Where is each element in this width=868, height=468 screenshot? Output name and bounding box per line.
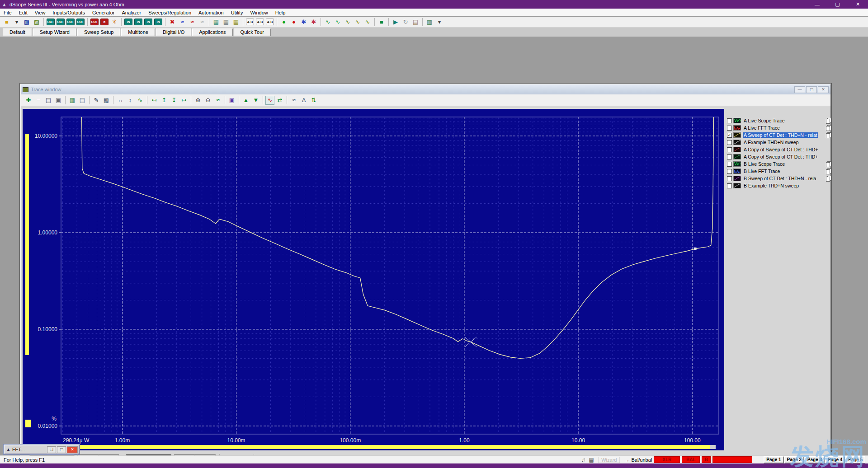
link-cursors-icon[interactable]: ⇄ [275, 96, 284, 105]
open-dropdown-icon[interactable]: ▾ [12, 18, 21, 27]
pan-down-icon[interactable]: ↧ [170, 96, 179, 105]
tab-digital-i-o[interactable]: Digital I/O [156, 28, 191, 36]
copy-icon[interactable] [826, 125, 831, 131]
trace-list-item[interactable]: ✓A Sweep of CT Det : THD+N - relat [726, 131, 831, 139]
autoscale-icon[interactable]: ≈ [213, 96, 222, 105]
fit-y-icon[interactable]: ↕ [126, 96, 135, 105]
copy-icon[interactable] [826, 161, 831, 167]
x-range-bar-cap[interactable] [710, 445, 716, 449]
trace-checkbox[interactable] [727, 147, 732, 152]
minimized-fft-window[interactable]: ▲ FFT... ❏ ▢ ✕ [4, 445, 80, 454]
copy-icon[interactable] [826, 118, 831, 123]
monitor-ref-icon[interactable]: ▦ [222, 18, 231, 27]
monitor-in-icon[interactable]: ▦ [212, 18, 221, 27]
trace-checkbox[interactable] [727, 118, 732, 123]
generator-burst-icon[interactable]: ✳ [110, 18, 119, 27]
trace-list-item[interactable]: B Live Scope Trace [726, 160, 831, 168]
tab-quick-tour[interactable]: Quick Tour [234, 28, 271, 36]
generator-out-4-icon[interactable]: OUT [76, 18, 85, 27]
open-button[interactable]: ■ [2, 18, 11, 27]
menu-file[interactable]: File [0, 9, 15, 16]
minimize-button[interactable]: — [807, 0, 827, 9]
tab-multitone[interactable]: Multitone [121, 28, 155, 36]
export-traces-icon[interactable]: ▤ [44, 96, 53, 105]
generator-out-2-icon[interactable]: OUT [56, 18, 65, 27]
page-button-page-3[interactable]: Page 3 [805, 456, 825, 463]
generator-out-3-icon[interactable]: OUT [66, 18, 75, 27]
menu-edit[interactable]: Edit [15, 9, 31, 16]
cursor-trace-icon[interactable]: ∿ [265, 96, 274, 105]
trace-checkbox[interactable] [727, 140, 732, 145]
generator-wave-out-icon[interactable]: OUT [90, 18, 99, 27]
restore-button[interactable]: ❏ [47, 446, 56, 453]
smooth-trace-icon[interactable]: ≈ [289, 96, 298, 105]
copy-icon[interactable] [826, 176, 831, 181]
close-fft-button[interactable]: ✕ [67, 446, 78, 453]
fit-x-icon[interactable]: ↔ [116, 96, 125, 105]
trace-list-item[interactable]: A Example THD+N sweep [726, 139, 831, 146]
zoom-out-icon[interactable]: ⊖ [203, 96, 212, 105]
view-details-icon[interactable]: ▤ [78, 96, 87, 105]
report-icon[interactable]: ▥ [425, 18, 434, 27]
trace-checkbox[interactable] [727, 169, 732, 174]
keyboard-icon[interactable]: ▤ [587, 457, 595, 463]
scope-cross-icon[interactable]: ✖ [168, 18, 177, 27]
trace-checkbox[interactable] [727, 183, 732, 188]
copy-icon[interactable] [826, 168, 831, 174]
analyzer-in-2-icon[interactable]: IN [134, 18, 143, 27]
script-run-icon[interactable]: ✱ [299, 18, 308, 27]
trace-close-button[interactable]: ✕ [818, 86, 829, 93]
stop-button[interactable]: ● [289, 18, 298, 27]
wave-off-icon[interactable]: ≈ [188, 18, 197, 27]
y-range-thumb[interactable] [25, 420, 31, 427]
grid-config-icon[interactable]: ▩ [102, 96, 111, 105]
tab-setup-wizard[interactable]: Setup Wizard [33, 28, 76, 36]
wave-pair-icon[interactable]: ≈ [178, 18, 187, 27]
sweep-point-marker[interactable] [694, 248, 697, 250]
sweep-3-icon[interactable]: ∿ [343, 18, 352, 27]
trace-checkbox[interactable] [727, 154, 732, 159]
wave-disabled-icon[interactable]: ≈ [198, 18, 207, 27]
trace-list-item[interactable]: B Example THD+N sweep [726, 182, 831, 189]
generator-out-1-icon[interactable]: OUT [46, 18, 55, 27]
export-setup-button[interactable]: ▨ [32, 18, 41, 27]
sweep-4-icon[interactable]: ∿ [353, 18, 362, 27]
trace-window-icon[interactable]: ■ [377, 18, 386, 27]
page-button-page-5[interactable]: Page 5 [845, 456, 865, 463]
trace-list-item[interactable]: B Live FFT Trace [726, 168, 831, 175]
copy-trace-icon[interactable]: ▣ [54, 96, 63, 105]
add-trace-icon[interactable]: ✚ [24, 96, 33, 105]
auto-y-icon[interactable]: ⇅ [309, 96, 318, 105]
window-menu-button[interactable]: ▢ [57, 446, 66, 453]
trace-checkbox[interactable] [727, 162, 732, 167]
trace-maximize-button[interactable]: ▢ [806, 86, 817, 93]
analyzer-in-1-icon[interactable]: IN [124, 18, 133, 27]
load-settings-icon[interactable]: ▶ [391, 18, 400, 27]
menu-utility[interactable]: Utility [227, 9, 247, 16]
zoom-in-icon[interactable]: ⊕ [193, 96, 203, 105]
pan-up-icon[interactable]: ↥ [160, 96, 169, 105]
report-dropdown-icon[interactable]: ▾ [435, 18, 444, 27]
tab-applications[interactable]: Applications [192, 28, 232, 36]
menu-help[interactable]: Help [272, 9, 289, 16]
trace-checkbox[interactable] [727, 176, 732, 181]
analyzer-in-3-icon[interactable]: IN [144, 18, 153, 27]
limits-icon[interactable]: Δ [299, 96, 308, 105]
close-button[interactable]: ✕ [848, 0, 868, 9]
trace-list-item[interactable]: A Live Scope Trace [726, 117, 831, 124]
page-button-page-4[interactable]: Page 4 [825, 456, 845, 463]
menu-generator[interactable]: Generator [89, 9, 118, 16]
menu-automation[interactable]: Automation [195, 9, 227, 16]
sweep-add-icon[interactable]: ∿ [363, 18, 372, 27]
redo-icon[interactable]: ↻ [401, 18, 410, 27]
chart-area[interactable]: 10.000001.000000.100000.01000%290.24µ W1… [23, 109, 724, 450]
pan-left-icon[interactable]: ↤ [150, 96, 159, 105]
script-abort-icon[interactable]: ✱ [309, 18, 318, 27]
edit-chart-icon[interactable]: ✎ [92, 96, 101, 105]
page-button-page-1[interactable]: Page 1 [764, 456, 783, 463]
tab-default[interactable]: Default [3, 28, 32, 36]
trace-up-icon[interactable]: ▲ [241, 96, 250, 105]
sound-icon[interactable]: ♫ [579, 457, 587, 463]
trace-down-icon[interactable]: ▼ [251, 96, 260, 105]
trace-checkbox[interactable] [727, 126, 732, 131]
